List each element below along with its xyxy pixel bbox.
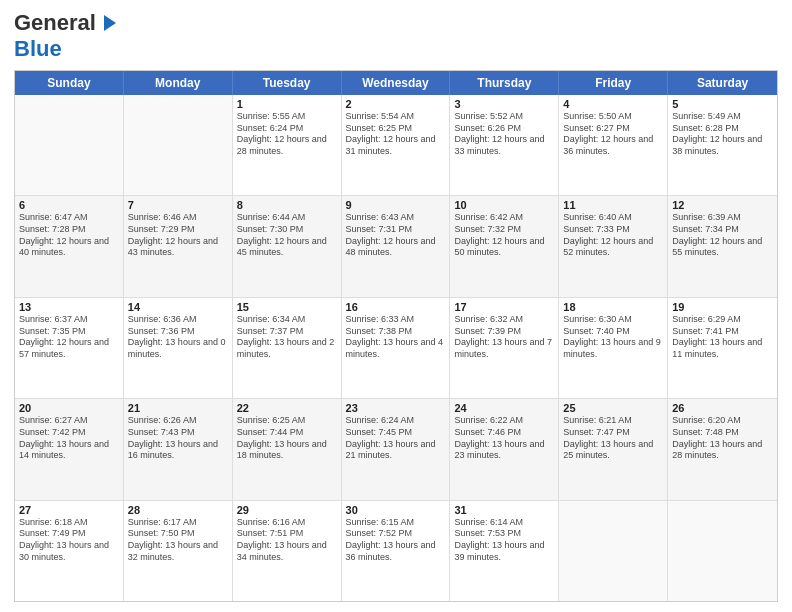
logo-blue: Blue bbox=[14, 36, 62, 61]
calendar-cell: 3Sunrise: 5:52 AM Sunset: 6:26 PM Daylig… bbox=[450, 95, 559, 195]
calendar-cell: 4Sunrise: 5:50 AM Sunset: 6:27 PM Daylig… bbox=[559, 95, 668, 195]
day-number: 5 bbox=[672, 98, 773, 110]
page: General Blue SundayMondayTuesdayWednesda… bbox=[0, 0, 792, 612]
header-monday: Monday bbox=[124, 71, 233, 95]
day-info: Sunrise: 6:18 AM Sunset: 7:49 PM Dayligh… bbox=[19, 517, 119, 564]
day-info: Sunrise: 6:20 AM Sunset: 7:48 PM Dayligh… bbox=[672, 415, 773, 462]
calendar-cell: 17Sunrise: 6:32 AM Sunset: 7:39 PM Dayli… bbox=[450, 298, 559, 398]
calendar-cell: 19Sunrise: 6:29 AM Sunset: 7:41 PM Dayli… bbox=[668, 298, 777, 398]
calendar-cell: 2Sunrise: 5:54 AM Sunset: 6:25 PM Daylig… bbox=[342, 95, 451, 195]
day-info: Sunrise: 6:15 AM Sunset: 7:52 PM Dayligh… bbox=[346, 517, 446, 564]
day-number: 17 bbox=[454, 301, 554, 313]
day-number: 31 bbox=[454, 504, 554, 516]
day-number: 10 bbox=[454, 199, 554, 211]
day-number: 9 bbox=[346, 199, 446, 211]
day-number: 30 bbox=[346, 504, 446, 516]
calendar-cell: 15Sunrise: 6:34 AM Sunset: 7:37 PM Dayli… bbox=[233, 298, 342, 398]
calendar-cell: 31Sunrise: 6:14 AM Sunset: 7:53 PM Dayli… bbox=[450, 501, 559, 601]
calendar-cell: 10Sunrise: 6:42 AM Sunset: 7:32 PM Dayli… bbox=[450, 196, 559, 296]
day-number: 18 bbox=[563, 301, 663, 313]
day-info: Sunrise: 6:34 AM Sunset: 7:37 PM Dayligh… bbox=[237, 314, 337, 361]
day-number: 24 bbox=[454, 402, 554, 414]
day-info: Sunrise: 5:54 AM Sunset: 6:25 PM Dayligh… bbox=[346, 111, 446, 158]
day-number: 6 bbox=[19, 199, 119, 211]
day-number: 2 bbox=[346, 98, 446, 110]
day-number: 19 bbox=[672, 301, 773, 313]
calendar-row: 20Sunrise: 6:27 AM Sunset: 7:42 PM Dayli… bbox=[15, 398, 777, 499]
calendar-row: 1Sunrise: 5:55 AM Sunset: 6:24 PM Daylig… bbox=[15, 95, 777, 195]
day-info: Sunrise: 6:47 AM Sunset: 7:28 PM Dayligh… bbox=[19, 212, 119, 259]
header-wednesday: Wednesday bbox=[342, 71, 451, 95]
day-number: 22 bbox=[237, 402, 337, 414]
calendar-cell: 29Sunrise: 6:16 AM Sunset: 7:51 PM Dayli… bbox=[233, 501, 342, 601]
calendar-body: 1Sunrise: 5:55 AM Sunset: 6:24 PM Daylig… bbox=[15, 95, 777, 601]
day-info: Sunrise: 6:36 AM Sunset: 7:36 PM Dayligh… bbox=[128, 314, 228, 361]
day-number: 7 bbox=[128, 199, 228, 211]
calendar-cell: 28Sunrise: 6:17 AM Sunset: 7:50 PM Dayli… bbox=[124, 501, 233, 601]
day-number: 20 bbox=[19, 402, 119, 414]
header: General Blue bbox=[14, 10, 778, 62]
day-number: 3 bbox=[454, 98, 554, 110]
calendar-header: SundayMondayTuesdayWednesdayThursdayFrid… bbox=[15, 71, 777, 95]
calendar-cell: 12Sunrise: 6:39 AM Sunset: 7:34 PM Dayli… bbox=[668, 196, 777, 296]
calendar-cell: 27Sunrise: 6:18 AM Sunset: 7:49 PM Dayli… bbox=[15, 501, 124, 601]
day-info: Sunrise: 6:27 AM Sunset: 7:42 PM Dayligh… bbox=[19, 415, 119, 462]
logo-general: General bbox=[14, 10, 96, 36]
calendar-cell: 30Sunrise: 6:15 AM Sunset: 7:52 PM Dayli… bbox=[342, 501, 451, 601]
day-info: Sunrise: 6:25 AM Sunset: 7:44 PM Dayligh… bbox=[237, 415, 337, 462]
calendar-cell: 14Sunrise: 6:36 AM Sunset: 7:36 PM Dayli… bbox=[124, 298, 233, 398]
header-saturday: Saturday bbox=[668, 71, 777, 95]
day-info: Sunrise: 5:55 AM Sunset: 6:24 PM Dayligh… bbox=[237, 111, 337, 158]
calendar-cell: 22Sunrise: 6:25 AM Sunset: 7:44 PM Dayli… bbox=[233, 399, 342, 499]
day-number: 27 bbox=[19, 504, 119, 516]
calendar-cell: 5Sunrise: 5:49 AM Sunset: 6:28 PM Daylig… bbox=[668, 95, 777, 195]
calendar-row: 27Sunrise: 6:18 AM Sunset: 7:49 PM Dayli… bbox=[15, 500, 777, 601]
calendar-cell: 7Sunrise: 6:46 AM Sunset: 7:29 PM Daylig… bbox=[124, 196, 233, 296]
day-info: Sunrise: 5:49 AM Sunset: 6:28 PM Dayligh… bbox=[672, 111, 773, 158]
calendar-cell: 21Sunrise: 6:26 AM Sunset: 7:43 PM Dayli… bbox=[124, 399, 233, 499]
day-info: Sunrise: 6:21 AM Sunset: 7:47 PM Dayligh… bbox=[563, 415, 663, 462]
day-info: Sunrise: 6:37 AM Sunset: 7:35 PM Dayligh… bbox=[19, 314, 119, 361]
day-number: 26 bbox=[672, 402, 773, 414]
day-number: 11 bbox=[563, 199, 663, 211]
day-number: 4 bbox=[563, 98, 663, 110]
day-info: Sunrise: 5:50 AM Sunset: 6:27 PM Dayligh… bbox=[563, 111, 663, 158]
day-info: Sunrise: 6:46 AM Sunset: 7:29 PM Dayligh… bbox=[128, 212, 228, 259]
day-info: Sunrise: 6:42 AM Sunset: 7:32 PM Dayligh… bbox=[454, 212, 554, 259]
calendar-cell: 1Sunrise: 5:55 AM Sunset: 6:24 PM Daylig… bbox=[233, 95, 342, 195]
day-info: Sunrise: 6:44 AM Sunset: 7:30 PM Dayligh… bbox=[237, 212, 337, 259]
calendar-cell bbox=[559, 501, 668, 601]
svg-marker-0 bbox=[104, 15, 116, 31]
calendar-row: 13Sunrise: 6:37 AM Sunset: 7:35 PM Dayli… bbox=[15, 297, 777, 398]
day-number: 13 bbox=[19, 301, 119, 313]
calendar-cell: 8Sunrise: 6:44 AM Sunset: 7:30 PM Daylig… bbox=[233, 196, 342, 296]
day-info: Sunrise: 6:14 AM Sunset: 7:53 PM Dayligh… bbox=[454, 517, 554, 564]
day-number: 28 bbox=[128, 504, 228, 516]
day-number: 15 bbox=[237, 301, 337, 313]
calendar-cell: 26Sunrise: 6:20 AM Sunset: 7:48 PM Dayli… bbox=[668, 399, 777, 499]
day-info: Sunrise: 6:32 AM Sunset: 7:39 PM Dayligh… bbox=[454, 314, 554, 361]
day-number: 21 bbox=[128, 402, 228, 414]
calendar: SundayMondayTuesdayWednesdayThursdayFrid… bbox=[14, 70, 778, 602]
header-friday: Friday bbox=[559, 71, 668, 95]
day-number: 14 bbox=[128, 301, 228, 313]
day-number: 25 bbox=[563, 402, 663, 414]
day-number: 8 bbox=[237, 199, 337, 211]
calendar-cell: 18Sunrise: 6:30 AM Sunset: 7:40 PM Dayli… bbox=[559, 298, 668, 398]
day-info: Sunrise: 6:17 AM Sunset: 7:50 PM Dayligh… bbox=[128, 517, 228, 564]
day-info: Sunrise: 5:52 AM Sunset: 6:26 PM Dayligh… bbox=[454, 111, 554, 158]
calendar-cell: 23Sunrise: 6:24 AM Sunset: 7:45 PM Dayli… bbox=[342, 399, 451, 499]
day-info: Sunrise: 6:24 AM Sunset: 7:45 PM Dayligh… bbox=[346, 415, 446, 462]
calendar-cell: 25Sunrise: 6:21 AM Sunset: 7:47 PM Dayli… bbox=[559, 399, 668, 499]
day-info: Sunrise: 6:26 AM Sunset: 7:43 PM Dayligh… bbox=[128, 415, 228, 462]
calendar-cell bbox=[668, 501, 777, 601]
header-tuesday: Tuesday bbox=[233, 71, 342, 95]
day-info: Sunrise: 6:16 AM Sunset: 7:51 PM Dayligh… bbox=[237, 517, 337, 564]
day-info: Sunrise: 6:29 AM Sunset: 7:41 PM Dayligh… bbox=[672, 314, 773, 361]
day-number: 23 bbox=[346, 402, 446, 414]
calendar-cell: 6Sunrise: 6:47 AM Sunset: 7:28 PM Daylig… bbox=[15, 196, 124, 296]
day-number: 1 bbox=[237, 98, 337, 110]
calendar-cell: 13Sunrise: 6:37 AM Sunset: 7:35 PM Dayli… bbox=[15, 298, 124, 398]
day-info: Sunrise: 6:39 AM Sunset: 7:34 PM Dayligh… bbox=[672, 212, 773, 259]
calendar-cell: 11Sunrise: 6:40 AM Sunset: 7:33 PM Dayli… bbox=[559, 196, 668, 296]
